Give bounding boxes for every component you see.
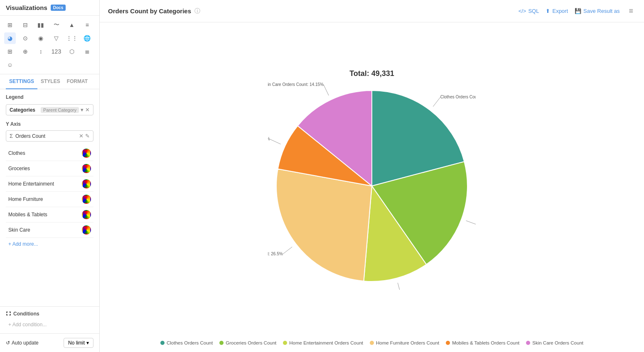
sql-label: SQL: [528, 8, 539, 14]
header-actions: </> SQL ⬆ Export 💾 Save Result as ≡: [519, 6, 636, 16]
conditions-header: ⛚ Conditions: [6, 311, 93, 317]
category-row[interactable]: Skin Care: [6, 222, 93, 238]
pie-chart-icon[interactable]: ◕: [4, 32, 16, 44]
legend-dropdown-categories: Categories: [10, 107, 35, 113]
color-circle[interactable]: [82, 179, 91, 188]
category-row[interactable]: Groceries: [6, 161, 93, 176]
legend-label-text: Groceries Orders Count: [226, 340, 276, 345]
color-circle[interactable]: [82, 149, 91, 158]
auto-update: ↺ Auto update: [6, 340, 39, 346]
sidebar: Visualizations Docs ⊞ ⊟ ▮▮ 〜 ▲ ≡ ◕ ⊙ ◉ ▽…: [0, 0, 100, 352]
orders-count-left: Σ Orders Count: [10, 133, 45, 139]
legend-label-text: Mobiles & Tablets Orders Count: [452, 340, 519, 345]
heatmap-icon[interactable]: ⋮⋮: [66, 32, 78, 44]
pie-label: Mobiles & Tablets Orders Count: 8%: [268, 136, 270, 141]
pie-chart: Clothes Orders Count: 20.9%Groceries Ord…: [268, 82, 476, 290]
tag-icons: ✕ ✎: [79, 133, 90, 139]
legend-item: Home Entertainment Orders Count: [283, 340, 363, 345]
export-label: Export: [552, 8, 568, 14]
legend-label-text: Skin Care Orders Count: [532, 340, 583, 345]
svg-line-1: [466, 220, 476, 225]
docs-badge[interactable]: Docs: [51, 5, 66, 11]
polygon-icon[interactable]: ⬡: [66, 46, 78, 57]
category-name: Groceries: [8, 166, 30, 171]
close-icon[interactable]: ✕: [85, 107, 90, 113]
settings-tabs: SETTINGS STYLES FORMAT: [0, 74, 99, 89]
table-icon[interactable]: ⊞: [4, 19, 16, 31]
bar-chart-icon[interactable]: ▮▮: [35, 19, 47, 31]
conditions-section: ⛚ Conditions + Add condition...: [0, 306, 99, 333]
save-icon: 💾: [575, 8, 581, 14]
category-row[interactable]: Home Furniture: [6, 192, 93, 207]
chevron-down-icon: ▾: [81, 107, 84, 113]
grid2-icon[interactable]: ⊞: [4, 46, 16, 57]
category-name: Skin Care: [8, 227, 30, 233]
color-circle[interactable]: [82, 195, 91, 204]
legend-dot: [526, 341, 530, 345]
pivot-icon[interactable]: ⊟: [20, 19, 31, 31]
stacked-icon[interactable]: ≡: [81, 19, 93, 31]
add-condition-button[interactable]: + Add condition...: [6, 320, 93, 329]
save-result-button[interactable]: 💾 Save Result as: [575, 8, 619, 14]
legend-dot: [283, 341, 287, 345]
sort-icon[interactable]: ↕: [35, 46, 47, 57]
legend-item: Mobiles & Tablets Orders Count: [446, 340, 519, 345]
bubble-icon[interactable]: ◉: [35, 32, 47, 44]
no-limit-button[interactable]: No limit ▾: [64, 338, 93, 348]
edit-tag-icon[interactable]: ✎: [85, 133, 90, 139]
sum-icon: Σ: [10, 133, 13, 139]
kebab-menu-button[interactable]: ≡: [626, 6, 636, 16]
category-name: Home Furniture: [8, 196, 43, 202]
map-icon[interactable]: 🌐: [81, 32, 93, 44]
icon-grid: ⊞ ⊟ ▮▮ 〜 ▲ ≡ ◕ ⊙ ◉ ▽ ⋮⋮ 🌐 ⊞ ⊕ ↕ 123 ⬡ ≣ …: [0, 16, 99, 74]
legend-item: Home Furniture Orders Count: [370, 340, 439, 345]
legend-badge: Parent Category: [41, 107, 79, 113]
chart-legend: Clothes Orders Count Groceries Orders Co…: [100, 336, 644, 352]
tab-settings[interactable]: SETTINGS: [6, 74, 37, 89]
category-row[interactable]: Clothes: [6, 146, 93, 161]
legend-item: Groceries Orders Count: [219, 340, 276, 345]
color-circle[interactable]: [82, 225, 91, 235]
legend-label-text: Home Furniture Orders Count: [376, 340, 439, 345]
legend-label-text: Clothes Orders Count: [167, 340, 213, 345]
sql-button[interactable]: </> SQL: [519, 8, 539, 14]
legend-dropdown[interactable]: Categories Parent Category ▾ ✕: [6, 104, 93, 115]
pie-label: Skin Care Orders Count: 14.15%: [268, 82, 324, 87]
pie-label: Home Furniture Orders Count: 26.5%: [268, 251, 283, 256]
auto-update-label: Auto update: [12, 340, 39, 346]
legend-dot: [160, 341, 165, 345]
funnel-icon[interactable]: ▽: [51, 32, 62, 44]
sql-icon: </>: [519, 8, 526, 14]
pie-segment[interactable]: [276, 169, 372, 281]
smiley-icon[interactable]: ☺: [4, 59, 16, 71]
export-button[interactable]: ⬆ Export: [546, 8, 568, 14]
line-chart-icon[interactable]: 〜: [51, 19, 62, 31]
add-more-button[interactable]: + Add more...: [6, 238, 93, 250]
conditions-label: Conditions: [13, 311, 39, 317]
scatter-icon[interactable]: ⊙: [20, 32, 31, 44]
lines-icon[interactable]: ≣: [81, 46, 93, 57]
chart-area: Total: 49,331 Clothes Orders Count: 20.9…: [100, 22, 644, 336]
save-result-label: Save Result as: [583, 8, 619, 14]
orders-count-label: Orders Count: [15, 133, 45, 139]
yaxis-label: Y Axis: [6, 121, 93, 127]
category-row[interactable]: Mobiles & Tablets: [6, 207, 93, 222]
area-chart-icon[interactable]: ▲: [66, 19, 78, 31]
tab-styles[interactable]: STYLES: [37, 74, 64, 89]
category-name: Home Entertainment: [8, 181, 54, 187]
legend-dot: [446, 341, 450, 345]
legend-label-text: Home Entertainment Orders Count: [289, 340, 363, 345]
category-row[interactable]: Home Entertainment: [6, 176, 93, 192]
info-icon[interactable]: ⓘ: [194, 7, 200, 15]
legend-dot: [219, 341, 224, 345]
tab-format[interactable]: FORMAT: [64, 74, 91, 89]
number-icon[interactable]: 123: [51, 46, 62, 57]
legend-item: Clothes Orders Count: [160, 340, 213, 345]
color-circle[interactable]: [82, 164, 91, 173]
close-tag-icon[interactable]: ✕: [79, 133, 84, 139]
export-icon: ⬆: [546, 8, 550, 14]
chart-total: Total: 49,331: [349, 69, 394, 78]
globe-icon[interactable]: ⊕: [20, 46, 31, 57]
color-circle[interactable]: [82, 210, 91, 219]
svg-line-0: [433, 97, 440, 107]
